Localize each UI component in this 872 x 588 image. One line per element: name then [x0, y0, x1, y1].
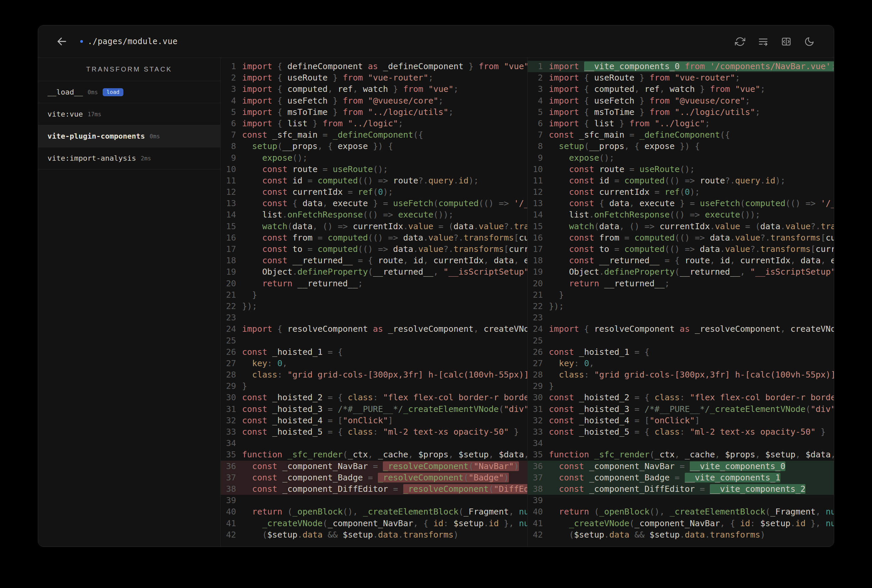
code-line: 27 key: 0,	[528, 358, 834, 369]
line-number: 38	[528, 483, 543, 495]
line-number: 12	[528, 186, 543, 198]
line-wrap-toggle-button[interactable]	[758, 36, 768, 47]
code-line: 21 }	[221, 290, 527, 301]
code-line: 12 const currentIdx = ref(0);	[528, 186, 834, 198]
code-line: 13 const { data, execute } = useFetch(co…	[528, 198, 834, 209]
code-text: import { msToTime } from "../logic/utils…	[549, 106, 760, 118]
line-number: 24	[221, 323, 236, 335]
sidebar-item-vite-import-analysis[interactable]: vite:import-analysis2ms	[38, 147, 220, 170]
line-number: 9	[221, 152, 236, 164]
code-text: return (_openBlock(), _createElementBloc…	[549, 506, 834, 518]
code-text: key: 0,	[242, 358, 287, 369]
code-text: watch(data, () => currentIdx.value = (da…	[242, 221, 527, 232]
line-number: 23	[528, 312, 543, 323]
code-text: const to = computed(() => data.value?.tr…	[242, 243, 527, 255]
code-text: import { list } from "../logic";	[242, 118, 403, 129]
code-line: 22});	[221, 301, 527, 312]
diff-view-toggle-button[interactable]	[781, 36, 791, 47]
code-text: const to = computed(() => data.value?.tr…	[549, 243, 834, 255]
code-text: const _hoisted_2 = { class: "flex flex-c…	[549, 392, 834, 403]
plugin-time: 17ms	[87, 111, 101, 118]
code-text: import { useFetch } from "@vueuse/core";	[242, 95, 444, 106]
sidebar-item-vite-vue[interactable]: vite:vue17ms	[38, 103, 220, 125]
line-number: 21	[528, 290, 543, 301]
code-line: 2import { useRoute } from "vue-router";	[528, 72, 834, 84]
code-line: 26const _hoisted_1 = {	[221, 346, 527, 358]
line-number: 11	[528, 175, 543, 186]
code-text: return __returned__;	[242, 278, 363, 290]
diff-pane-after[interactable]: 1import __vite_components_0 from '/compo…	[527, 58, 834, 547]
code-line: 29}	[221, 381, 527, 392]
code-line: 18 const __returned__ = { route, id, cur…	[528, 255, 834, 266]
line-number: 36	[221, 461, 236, 472]
diff-added-mark: __vite_components_0 from '/components/Na…	[584, 62, 834, 71]
text-wrap-icon	[758, 36, 768, 47]
code-line: 36 const _component_NavBar = __vite_comp…	[528, 461, 834, 472]
code-text: _createVNode(_component_NavBar, { id: $s…	[549, 518, 834, 529]
back-button[interactable]	[56, 36, 68, 47]
code-line: 14 list.onFetchResponse(() => execute())…	[221, 209, 527, 220]
line-number: 36	[528, 461, 543, 472]
code-line: 1import __vite_components_0 from '/compo…	[528, 61, 834, 72]
diff-pane-before[interactable]: 1import { defineComponent as _defineComp…	[221, 58, 527, 547]
line-number: 22	[221, 301, 236, 312]
code-text: class: "grid grid-cols-[300px,3fr] h-[ca…	[549, 369, 834, 381]
sidebar-item-load[interactable]: __load__0msload	[38, 81, 220, 103]
line-number: 22	[528, 301, 543, 312]
code-line: 32const _hoisted_4 = ["onClick"]	[221, 415, 527, 426]
line-number: 1	[221, 61, 236, 72]
code-text: const route = useRoute();	[242, 164, 388, 175]
code-text: const __returned__ = { route, id, curren…	[242, 255, 527, 266]
code-line: 18 const __returned__ = { route, id, cur…	[221, 255, 527, 266]
line-number: 2	[528, 72, 543, 84]
module-title-group: ./pages/module.vue	[80, 37, 177, 46]
code-line: 4import { useFetch } from "@vueuse/core"…	[221, 95, 527, 106]
code-line: 23	[221, 312, 527, 323]
code-line: 40 return (_openBlock(), _createElementB…	[528, 506, 834, 518]
plugin-name: vite:vue	[48, 110, 83, 118]
line-number: 18	[221, 255, 236, 266]
code-text: _createVNode(_component_NavBar, { id: $s…	[242, 518, 527, 529]
line-number: 10	[528, 164, 543, 175]
code-text: expose();	[242, 152, 308, 164]
code-text: import __vite_components_0 from '/compon…	[549, 61, 834, 72]
line-number: 42	[221, 529, 236, 540]
code-line: 12 const currentIdx = ref(0);	[221, 186, 527, 198]
line-number: 6	[221, 118, 236, 129]
line-number: 28	[221, 369, 236, 381]
line-number: 20	[221, 278, 236, 290]
code-text: import { useRoute } from "vue-router";	[549, 72, 740, 84]
line-number: 27	[221, 358, 236, 369]
line-number: 39	[221, 495, 236, 506]
code-text: Object.defineProperty(__returned__, "__i…	[549, 266, 834, 278]
code-line: 25	[221, 335, 527, 346]
code-text: ($setup.data && $setup.data.transforms)	[549, 529, 765, 540]
line-number: 19	[221, 266, 236, 278]
code-line: 34	[221, 438, 527, 449]
line-number: 31	[221, 404, 236, 415]
line-number: 30	[528, 392, 543, 403]
code-line: 1import { defineComponent as _defineComp…	[221, 61, 527, 72]
back-arrow-icon	[56, 36, 68, 47]
code-line: 9 expose();	[221, 152, 527, 164]
code-line: 30const _hoisted_2 = { class: "flex flex…	[528, 392, 834, 403]
dark-mode-toggle-button[interactable]	[804, 36, 815, 47]
code-line: 41 _createVNode(_component_NavBar, { id:…	[528, 518, 834, 529]
line-number: 37	[528, 472, 543, 483]
code-text: const _component_DiffEditor = _resolveCo…	[242, 483, 527, 495]
line-number: 39	[528, 495, 543, 506]
plugin-time: 0ms	[149, 133, 160, 140]
line-number: 25	[528, 335, 543, 346]
line-number: 28	[528, 369, 543, 381]
code-text: import { computed, ref, watch } from "vu…	[549, 84, 765, 95]
code-text: import { resolveComponent as _resolveCom…	[549, 323, 834, 335]
line-number: 2	[221, 72, 236, 84]
refresh-button[interactable]	[735, 36, 745, 47]
line-number: 9	[528, 152, 543, 164]
sidebar-item-vite-plugin-components[interactable]: vite-plugin-components0ms	[38, 125, 220, 147]
code-line: 28 class: "grid grid-cols-[300px,3fr] h-…	[528, 369, 834, 381]
code-line: 17 const to = computed(() => data.value?…	[528, 243, 834, 255]
line-number: 4	[221, 95, 236, 106]
code-line: 4import { useFetch } from "@vueuse/core"…	[528, 95, 834, 106]
code-text: const _hoisted_4 = ["onClick"]	[242, 415, 393, 426]
